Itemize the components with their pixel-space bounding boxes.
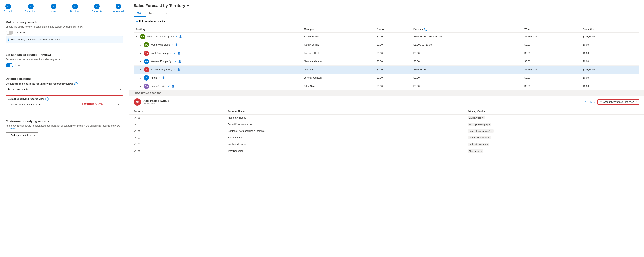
kanban-title: Set kanban as default (Preview) — [6, 53, 123, 56]
default-view-label: Default underlying records view i — [8, 98, 121, 101]
forecast-row-0[interactable]: ▼ WS World Wide Sales (group ↗ 👤 Kenny S… — [134, 32, 639, 41]
person-icon-1[interactable]: 👤 — [175, 44, 178, 46]
info-action-icon-1[interactable]: ⊙ — [138, 123, 140, 126]
kanban-toggle-label: Enabled — [15, 64, 24, 66]
open-icon-2[interactable]: ↗ — [134, 130, 136, 133]
sort-icon[interactable]: ↑ — [245, 110, 246, 113]
underlying-row-4[interactable]: ↗ ⊙ Northwind Traders Heriberto Nathan ✕ — [129, 141, 644, 148]
forecast-cell-quota-4: $0.00 — [375, 66, 412, 74]
underlying-row-0[interactable]: ↗ ⊙ Alpine Ski House Cacilia Viera ✕ — [129, 114, 644, 121]
forecast-row-1[interactable]: ▶ WS World Wide Sales ↗ 👤 Kenny Smith1 $… — [134, 41, 639, 49]
person-icon-2[interactable]: 👤 — [177, 52, 180, 54]
tab-flow[interactable]: Flow — [159, 10, 170, 17]
contact-remove-4[interactable]: ✕ — [486, 143, 488, 146]
group-by-info-icon[interactable]: i — [74, 82, 78, 85]
forecast-row-3[interactable]: ▶ WE Western Europe (gro ↗ 👤 Nancy Ander… — [134, 57, 639, 66]
forecast-cell-territory-3: ▶ WE Western Europe (gro ↗ 👤 — [134, 57, 302, 66]
forecast-table-header: Territory Manager Quota Forecast i Won C… — [134, 26, 639, 32]
step-layout[interactable]: ✓ Layout* — [48, 4, 59, 12]
funnel-icon: ⊞ — [136, 20, 138, 23]
info-action-icon-4[interactable]: ⊙ — [138, 143, 140, 146]
open-icon-0[interactable]: ↗ — [134, 116, 136, 119]
kanban-toggle[interactable] — [6, 63, 13, 67]
expand-icon-2[interactable]: ▶ — [140, 52, 141, 54]
contact-badge-2: Robert Lyon (sample) ✕ — [468, 130, 494, 133]
group-by-select-wrapper: Account (Account) — [6, 86, 123, 92]
step-advanced[interactable]: ✓ Advanced — [113, 4, 124, 12]
forecast-row-4[interactable]: ▼ AP Asia Pacific (group) ↗ 👤 John Smith… — [134, 66, 639, 74]
drill-down-button[interactable]: ⊞ Drill down by: Account ▾ — [134, 19, 168, 24]
default-view-info-icon[interactable]: i — [46, 98, 49, 101]
expand-icon-1[interactable]: ▶ — [140, 44, 141, 46]
tab-grid[interactable]: Grid — [134, 10, 146, 17]
multicurrency-toggle[interactable] — [6, 30, 13, 34]
expand-icon-3[interactable]: ▶ — [140, 60, 141, 62]
contact-remove-1[interactable]: ✕ — [488, 123, 490, 126]
forecast-row-6[interactable]: ▶ SA South America ↗ 👤 Alton Stott $0.00… — [134, 82, 639, 90]
open-icon-5[interactable]: ↗ — [134, 149, 136, 152]
forecast-row-5[interactable]: ▶ A Africa ↗ 👤 Jeremy Johnson $0.00 $0.0… — [134, 74, 639, 82]
link-icon-0[interactable]: ↗ — [175, 35, 177, 38]
link-icon-3[interactable]: ↗ — [174, 60, 176, 63]
learn-more-link[interactable]: Learn more. — [6, 127, 19, 130]
contact-remove-3[interactable]: ✕ — [488, 137, 490, 139]
forecast-info-icon[interactable]: i — [424, 28, 428, 31]
info-action-icon-5[interactable]: ⊙ — [138, 149, 140, 152]
open-icon-3[interactable]: ↗ — [134, 136, 136, 139]
step-snapshots[interactable]: ✓ Snapshots — [92, 4, 102, 12]
person-icon-3[interactable]: 👤 — [178, 60, 181, 63]
link-icon-1[interactable]: ↗ — [171, 44, 173, 46]
open-icon-4[interactable]: ↗ — [134, 143, 136, 146]
forecast-cell-committed-6: $0.00 — [581, 82, 639, 90]
expand-icon-4[interactable]: ▼ — [140, 69, 142, 71]
open-icon-1[interactable]: ↗ — [134, 123, 136, 126]
territory-name-3: Western Europe (gro — [150, 60, 173, 63]
person-icon-5[interactable]: 👤 — [162, 76, 165, 79]
link-icon-6[interactable]: ↗ — [168, 85, 170, 88]
step-drilldown[interactable]: ✓ Drill down — [70, 4, 81, 12]
underlying-row-2[interactable]: ↗ ⊙ Contoso Pharmaceuticals (sample) Rob… — [129, 128, 644, 134]
contact-remove-2[interactable]: ✕ — [491, 130, 492, 132]
info-action-icon-0[interactable]: ⊙ — [138, 116, 140, 119]
info-action-icon-2[interactable]: ⊙ — [138, 130, 140, 133]
divider-1 — [6, 49, 123, 49]
person-icon-4[interactable]: 👤 — [177, 68, 180, 71]
underlying-cell-name-4: Northwind Traders — [223, 141, 463, 148]
contact-remove-5[interactable]: ✕ — [480, 150, 482, 152]
group-name: Asia Pacific (Group) — [143, 99, 170, 102]
group-sub: All accounts — [143, 102, 170, 105]
person-icon-6[interactable]: 👤 — [172, 85, 174, 88]
person-icon-0[interactable]: 👤 — [179, 35, 182, 38]
view-chevron-icon: ▾ — [636, 101, 637, 104]
underlying-row-3[interactable]: ↗ ⊙ Fabrikam, Inc. Haroun Stormonth ✕ — [129, 134, 644, 141]
step-general[interactable]: ✓ General* — [3, 4, 14, 12]
forecast-cell-forecast-5: $0.00 — [412, 74, 522, 82]
multicurrency-section: Multi-currency selection Enable the abil… — [6, 20, 123, 43]
forecast-row-2[interactable]: ▶ NA North America (grou ↗ 👤 Brenden Thi… — [134, 49, 639, 57]
dropdown-icon[interactable]: ▾ — [187, 3, 189, 8]
info-action-icon-3[interactable]: ⊙ — [138, 136, 140, 139]
expand-icon-6[interactable]: ▶ — [140, 85, 141, 87]
link-icon-2[interactable]: ↗ — [174, 52, 176, 54]
contact-remove-0[interactable]: ✕ — [482, 117, 484, 119]
expand-icon-0[interactable]: ▼ — [136, 36, 138, 38]
view-selector[interactable]: ⊞ Account Advanced Find View ▾ — [598, 100, 639, 105]
add-javascript-button[interactable]: + Add a javascript library — [6, 132, 38, 138]
divider-2 — [6, 73, 123, 73]
underlying-row-1[interactable]: ↗ ⊙ Coho Winery (sample) Jim Glynn (samp… — [129, 121, 644, 128]
group-by-select[interactable]: Account (Account) — [6, 86, 123, 92]
expand-icon-5[interactable]: ▶ — [140, 77, 141, 79]
underlying-row-5[interactable]: ↗ ⊙ Trey Research Alex Baker ✕ — [129, 148, 644, 154]
filters-button[interactable]: ⊟ Filters — [584, 101, 595, 104]
forecast-cell-manager-0: Kenny Smith1 — [302, 32, 375, 41]
step-permissions[interactable]: ✓ Permissions* — [24, 4, 37, 12]
default-selections-section: Default selections Default group by attr… — [6, 77, 123, 110]
forecast-title: Sales Forecast by Territory ▾ — [134, 3, 639, 8]
divider-3 — [6, 115, 123, 115]
forecast-cell-manager-6: Alton Stott — [302, 82, 375, 90]
tab-trend[interactable]: Trend — [146, 10, 159, 17]
link-icon-5[interactable]: ↗ — [158, 76, 160, 79]
link-icon-4[interactable]: ↗ — [174, 68, 176, 71]
underlying-section: UNDERLYING RECORDS AP Asia Pacific (Grou… — [129, 90, 644, 154]
forecast-cell-territory-6: ▶ SA South America ↗ 👤 — [134, 82, 302, 90]
